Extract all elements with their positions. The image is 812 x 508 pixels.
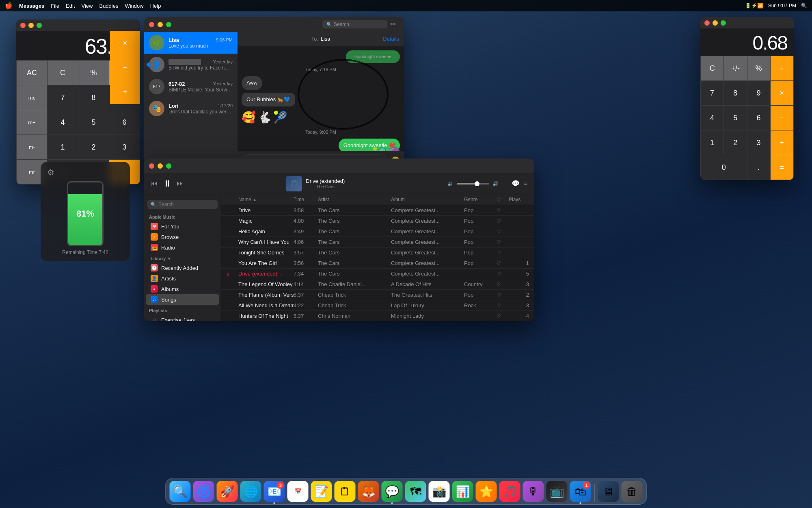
close-button[interactable]	[20, 23, 26, 28]
calc-3-btn[interactable]: 3	[747, 130, 770, 155]
music-table-row-4[interactable]: Tonight She Comes 3:57 The Cars Complete…	[221, 247, 534, 258]
messages-conversation-lori[interactable]: 🎭 Lori 1/17/20 Does that Cadillac you we…	[144, 98, 238, 119]
music-table-row-5[interactable]: You Are The Girl 3:56 The Cars Complete …	[221, 258, 534, 269]
song-love-0[interactable]: ♡	[497, 208, 509, 213]
song-love-4[interactable]: ♡	[497, 250, 509, 256]
dock-messages[interactable]: 💬	[382, 481, 403, 502]
messages-compose-button[interactable]: ✏	[391, 20, 396, 28]
music-table-row-2[interactable]: Hello Again 3:49 The Cars Complete Great…	[221, 226, 534, 237]
maximize-button[interactable]	[37, 23, 42, 28]
calc-div-btn[interactable]: ÷	[771, 56, 793, 80]
calc-pct-btn[interactable]: %	[747, 56, 770, 80]
music-minimize-button[interactable]	[158, 163, 163, 169]
menubar-view[interactable]: View	[82, 3, 93, 9]
dock-mail[interactable]: 📧 3	[264, 481, 285, 502]
calc-btn-5[interactable]: 5	[78, 110, 109, 135]
calc-btn-mplus[interactable]: m+	[17, 110, 47, 135]
music-table-row-8[interactable]: The Flame (Album Version) 5:37 Cheap Tri…	[221, 290, 534, 300]
calc-close-button[interactable]	[704, 20, 710, 26]
sidebar-item-exercise-jives[interactable]: ♫ Exercise Jives	[146, 315, 219, 321]
calc-btn-7[interactable]: 7	[48, 85, 78, 110]
dock-finder[interactable]: 🔍	[170, 481, 191, 502]
messages-search-box[interactable]: 🔍 Search	[322, 20, 387, 28]
sidebar-item-artists[interactable]: 👤 Artists	[146, 273, 219, 284]
menubar-buddies[interactable]: Buddies	[99, 3, 118, 9]
calc-1-btn[interactable]: 1	[701, 130, 723, 155]
messages-conversation-617[interactable]: 617 617-82 Yesterday SIMPLE Mobile: Your…	[144, 76, 238, 98]
music-lyrics-button[interactable]: 💬	[512, 180, 520, 187]
calc-5-btn[interactable]: 5	[724, 106, 747, 130]
col-header-name[interactable]: Name ▲	[238, 197, 294, 202]
calc-2-btn[interactable]: 2	[724, 130, 747, 155]
calc-maximize-button[interactable]	[721, 20, 726, 26]
calc-btn-pct[interactable]: %	[78, 61, 109, 85]
calc-btn-6[interactable]: 6	[109, 110, 140, 135]
song-love-5[interactable]: ♡	[497, 261, 509, 266]
dock-appstore[interactable]: 🛍 1	[570, 481, 591, 502]
calc-btn-mc[interactable]: mc	[17, 85, 47, 110]
music-close-button[interactable]	[149, 163, 154, 169]
messages-close-button[interactable]	[149, 22, 154, 27]
sidebar-item-albums[interactable]: ▪ Albums	[146, 284, 219, 294]
menubar-help[interactable]: Help	[150, 3, 161, 9]
dock-music[interactable]: 🎵	[499, 481, 520, 502]
music-pause-button[interactable]: ⏸	[163, 178, 172, 189]
menubar-file[interactable]: File	[51, 3, 59, 9]
messages-conversation-unknown[interactable]: 👤 ——— Yesterday BTW did you try to FaceT…	[144, 54, 238, 76]
calc-btn-4[interactable]: 4	[48, 110, 78, 135]
dock-firefox[interactable]: 🦊	[358, 481, 379, 502]
calc-add-btn[interactable]: +	[771, 130, 793, 155]
music-queue-button[interactable]: ≡	[524, 180, 527, 187]
dock-launchpad[interactable]: 🚀	[217, 481, 238, 502]
sidebar-item-radio[interactable]: 📻 Radio	[146, 242, 219, 253]
apple-menu[interactable]: 🍎	[5, 2, 13, 9]
messages-minimize-button[interactable]	[158, 22, 163, 27]
dock-trash[interactable]: 🗑	[622, 481, 643, 502]
song-love-10[interactable]: ♡	[497, 313, 509, 319]
calc-equals-btn[interactable]: =	[771, 155, 793, 180]
messages-conversation-lisa[interactable]: 🌿 Lisa 9:06 PM Love you so much	[144, 32, 238, 54]
calc-decimal-btn[interactable]: .	[747, 155, 770, 180]
dock-podcasts[interactable]: 🎙	[523, 481, 544, 502]
music-table-row-10[interactable]: Hunters Of The Night 6:37 Chris Norman M…	[221, 311, 534, 321]
calc-btn-8[interactable]: 8	[78, 85, 109, 110]
music-table-row-6[interactable]: ♫ Drive (extended)··· 7:34 The Cars Comp…	[221, 269, 534, 279]
song-love-8[interactable]: ♡	[497, 292, 509, 298]
volume-slider[interactable]	[457, 183, 489, 185]
song-love-2[interactable]: ♡	[497, 229, 509, 234]
sidebar-library-header[interactable]: Library ▾	[146, 253, 219, 263]
dock-siri[interactable]: 🌀	[193, 481, 214, 502]
calc-mul-btn[interactable]: ×	[771, 81, 793, 105]
calc-minimize-button[interactable]	[713, 20, 718, 26]
dock-reeder[interactable]: ⭐	[476, 481, 497, 502]
dock-desktop[interactable]: 🖥	[598, 481, 619, 502]
music-search-input[interactable]	[158, 202, 214, 207]
dock-tv[interactable]: 📺	[546, 481, 568, 502]
music-table-row-7[interactable]: The Legend Of Wooley Swamp 4:14 The Char…	[221, 279, 534, 290]
song-love-7[interactable]: ♡	[497, 282, 509, 287]
calc-7-btn[interactable]: 7	[701, 81, 723, 105]
chat-details-button[interactable]: Details	[383, 36, 399, 42]
sidebar-item-recently-added[interactable]: 🕐 Recently Added	[146, 263, 219, 273]
calc-btn-mminus[interactable]: m-	[17, 135, 47, 159]
menubar-app-name[interactable]: Messages	[19, 3, 44, 9]
sidebar-item-browse[interactable]: ♪ Browse	[146, 232, 219, 242]
music-table-row-0[interactable]: Drive 3:58 The Cars Complete Greatest...…	[221, 205, 534, 216]
dock-safari[interactable]: 🌐	[240, 481, 261, 502]
music-search-box[interactable]: 🔍	[147, 200, 218, 209]
dock-numbers[interactable]: 📊	[452, 481, 473, 502]
calc-sub-btn[interactable]: −	[771, 106, 793, 130]
calc-btn-1[interactable]: 1	[48, 135, 78, 159]
calc-pm-btn[interactable]: +/-	[724, 56, 747, 80]
calc-btn-ac[interactable]: AC	[17, 61, 47, 85]
dock-photos[interactable]: 📸	[429, 481, 450, 502]
calc-8-btn[interactable]: 8	[724, 81, 747, 105]
music-table-row-3[interactable]: Why Can't I Have You 4:06 The Cars Compl…	[221, 237, 534, 247]
calc-0-btn[interactable]: 0	[701, 155, 747, 180]
music-table-row-1[interactable]: Magic 4:00 The Cars Complete Greatest...…	[221, 216, 534, 226]
calc-C-btn[interactable]: C	[701, 56, 723, 80]
dock-stickies[interactable]: 📝	[311, 481, 332, 502]
calc-btn-3[interactable]: 3	[109, 135, 140, 159]
sidebar-item-songs[interactable]: ♫ Songs	[146, 294, 219, 305]
music-next-button[interactable]: ⏭	[177, 179, 184, 188]
